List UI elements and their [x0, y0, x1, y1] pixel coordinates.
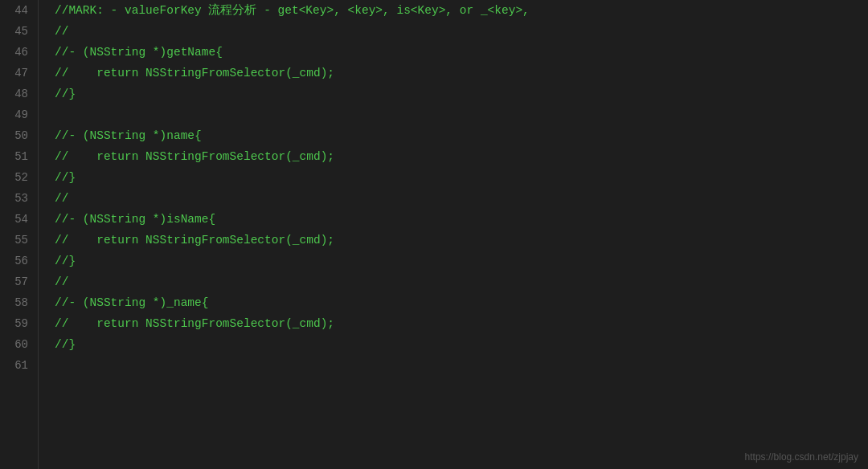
comment-text: // return NSStringFromSelector(_cmd);	[55, 67, 334, 80]
line-number: 59	[0, 313, 38, 334]
code-line: // return NSStringFromSelector(_cmd);	[39, 146, 868, 167]
line-number: 45	[0, 21, 38, 42]
line-number: 49	[0, 104, 38, 125]
line-number: 47	[0, 63, 38, 84]
comment-text: //}	[55, 88, 76, 100]
line-number: 61	[0, 355, 38, 376]
comment-text: //	[55, 25, 68, 38]
line-numbers-column: 444546474849505152535455565758596061	[0, 0, 39, 469]
line-number: 51	[0, 146, 38, 167]
code-line: //	[39, 188, 868, 209]
code-line: //}	[39, 251, 868, 271]
code-line	[39, 355, 868, 376]
watermark: https://blog.csdn.net/zjpjay	[745, 451, 858, 463]
comment-text: //MARK: - valueForKey 流程分析 - get<Key>, <…	[55, 4, 530, 17]
code-line: //	[39, 271, 868, 292]
line-number: 44	[0, 0, 38, 21]
code-line: //}	[39, 167, 868, 188]
line-number: 53	[0, 188, 38, 209]
comment-text: // return NSStringFromSelector(_cmd);	[55, 317, 334, 330]
code-line: //- (NSString *)getName{	[39, 42, 868, 63]
comment-text: //}	[55, 171, 76, 184]
comment-text: //	[55, 192, 68, 205]
line-number: 48	[0, 84, 38, 104]
line-number: 60	[0, 334, 38, 355]
line-number: 58	[0, 292, 38, 313]
comment-text: // return NSStringFromSelector(_cmd);	[55, 150, 334, 163]
comment-text: //- (NSString *)_name{	[55, 296, 208, 309]
code-area[interactable]: //MARK: - valueForKey 流程分析 - get<Key>, <…	[39, 0, 868, 469]
comment-text: //- (NSString *)isName{	[55, 213, 215, 226]
code-line: //- (NSString *)name{	[39, 125, 868, 146]
code-line: //}	[39, 84, 868, 104]
code-line: //	[39, 21, 868, 42]
code-line	[39, 104, 868, 125]
code-line: //MARK: - valueForKey 流程分析 - get<Key>, <…	[39, 0, 868, 21]
line-number: 52	[0, 167, 38, 188]
comment-text: //- (NSString *)getName{	[55, 46, 223, 59]
comment-text: //	[55, 275, 68, 288]
line-number: 57	[0, 271, 38, 292]
code-line: //- (NSString *)_name{	[39, 292, 868, 313]
code-line: //- (NSString *)isName{	[39, 209, 868, 230]
code-editor: 444546474849505152535455565758596061 //M…	[0, 0, 868, 469]
line-number: 54	[0, 209, 38, 230]
comment-text: //}	[55, 338, 76, 351]
line-number: 56	[0, 251, 38, 271]
code-line: // return NSStringFromSelector(_cmd);	[39, 63, 868, 84]
comment-text: // return NSStringFromSelector(_cmd);	[55, 234, 334, 247]
code-line: // return NSStringFromSelector(_cmd);	[39, 230, 868, 251]
code-line: // return NSStringFromSelector(_cmd);	[39, 313, 868, 334]
line-number: 50	[0, 125, 38, 146]
code-line: //}	[39, 334, 868, 355]
comment-text: //}	[55, 255, 76, 267]
line-number: 46	[0, 42, 38, 63]
comment-text: //- (NSString *)name{	[55, 129, 202, 142]
line-number: 55	[0, 230, 38, 251]
